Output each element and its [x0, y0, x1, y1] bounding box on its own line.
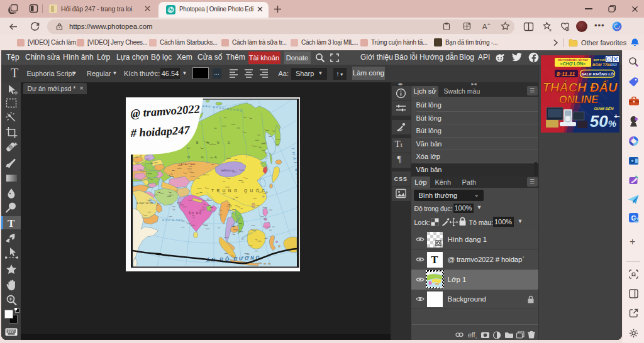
svg-text:++: ++: [614, 112, 619, 120]
svg-text:CA3ACTAH: CA3ACTAH: [179, 163, 196, 166]
svg-text:BOM TẤN2022: BOM TẤN2022: [592, 62, 617, 67]
svg-text:TRUNG QUỐC: TRUNG QUỐC: [211, 187, 267, 193]
svg-text:≡CHỢ LỚN≡: ≡CHỢ LỚN≡: [560, 61, 586, 66]
svg-text:A: A: [482, 23, 487, 30]
svg-text:ẤN ĐỘ: ẤN ĐỘ: [189, 211, 203, 215]
svg-text:ĐỢT CUỐI: ĐỢT CUỐI: [594, 58, 607, 62]
svg-text:GIẢM ĐẾN: GIẢM ĐẾN: [594, 106, 614, 111]
svg-text:SALE KHỔNG LỒ: SALE KHỔNG LỒ: [581, 72, 614, 76]
svg-text:THÁCH ĐẤU: THÁCH ĐẤU: [543, 80, 618, 94]
svg-text:B A N G: B A N G: [196, 141, 234, 144]
svg-text:Ả-RẬP XÊ-ÚT: Ả-RẬP XÊ-ÚT: [136, 202, 154, 205]
svg-text:MÔNGOL: MÔNGOL: [221, 169, 235, 172]
svg-text:ONLINE: ONLINE: [559, 94, 599, 105]
svg-text:8·11.11: 8·11.11: [557, 71, 575, 77]
svg-text:N G A: N G A: [187, 155, 222, 159]
svg-text:BIỂN Ả-RẬP: BIỂN Ả-RẬP: [162, 219, 183, 222]
